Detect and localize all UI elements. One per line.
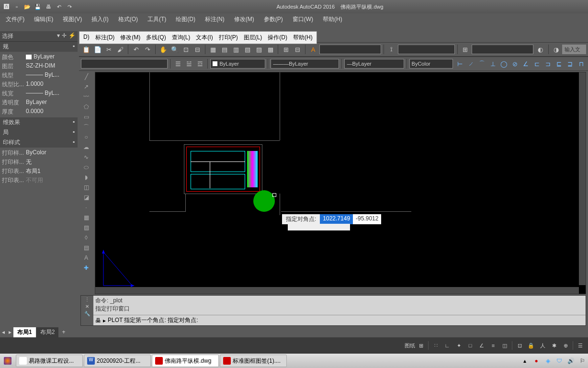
prop-plottbl2[interactable]: 打印表...不可用 — [0, 176, 78, 185]
section-general[interactable]: 规▪ — [0, 42, 78, 52]
tp-icon[interactable]: ▥ — [231, 44, 241, 55]
tool1-icon[interactable]: ◐ — [535, 44, 546, 55]
redo-icon[interactable]: ↷ — [65, 2, 74, 11]
mtext-icon[interactable]: A — [81, 253, 91, 263]
collapse-icon[interactable]: ▪ — [73, 138, 75, 147]
cmd-handle-icon[interactable]: ⋮ — [81, 296, 93, 303]
prop-layer[interactable]: 图层SZ-ZH-DIM — [0, 62, 78, 71]
tab-prev-icon[interactable]: ◂ — [0, 329, 7, 335]
tab-add-icon[interactable]: + — [59, 329, 68, 335]
custom-icon[interactable]: ☰ — [575, 340, 586, 351]
prop-transparency[interactable]: 透明度ByLayer — [0, 98, 78, 107]
prop-lineweight[interactable]: 线宽——— ByL... — [0, 89, 78, 98]
menu-edit[interactable]: 编辑(E) — [29, 14, 58, 24]
zoom-prev-icon[interactable]: ⊟ — [192, 44, 203, 55]
dim-tol-icon[interactable]: ⊓ — [576, 58, 586, 69]
mark-icon[interactable]: ▨ — [254, 44, 264, 55]
layer-dropdown[interactable] — [81, 59, 168, 69]
revcloud-icon[interactable]: ☁ — [81, 142, 91, 152]
dc-icon[interactable]: ▤ — [219, 44, 230, 55]
section-plotstyle[interactable]: 印样式▪ — [0, 138, 78, 148]
menu-dim[interactable]: 标注(N) — [200, 14, 229, 24]
tray-s1-icon[interactable]: ● — [531, 356, 542, 366]
section-3d[interactable]: 维效果▪ — [0, 117, 78, 127]
prop-thickness[interactable]: 厚度0.0000 — [0, 107, 78, 116]
spline-icon[interactable]: ∿ — [81, 152, 91, 162]
submenu-d[interactable]: D) — [80, 33, 92, 43]
copy-icon[interactable]: 📋 — [81, 44, 91, 55]
arc-icon[interactable]: ⌒ — [81, 122, 91, 132]
dim-style-icon[interactable]: ⟟ — [386, 44, 397, 55]
menu-modify[interactable]: 修改(M) — [229, 14, 259, 24]
trans-icon[interactable]: ◫ — [499, 340, 510, 351]
rect-icon[interactable]: ▭ — [81, 112, 91, 122]
new-icon[interactable]: ▫ — [12, 2, 21, 11]
dim-base-icon[interactable]: ⊏ — [532, 58, 542, 69]
layer-state-icon[interactable]: ☱ — [184, 58, 194, 69]
section-layout[interactable]: 局▪ — [0, 127, 78, 138]
drawing-canvas[interactable]: 指定对角点: 1022.7149 -95.9012 — [95, 72, 586, 294]
submenu-modify[interactable]: 修改(M) — [117, 33, 143, 43]
filter-icon[interactable]: ▾ — [57, 32, 60, 40]
lineweight-dropdown[interactable]: — ByLayer — [344, 59, 404, 69]
sc-icon[interactable]: ⊡ — [514, 340, 525, 351]
expand-icon[interactable]: ▪ — [73, 128, 75, 137]
match-icon[interactable]: 🖌 — [115, 44, 126, 55]
open-icon[interactable]: 📂 — [23, 2, 32, 11]
tray-s2-icon[interactable]: ◈ — [542, 356, 554, 366]
pick-icon[interactable]: ✛ — [62, 32, 67, 40]
collapse-icon[interactable]: ▪ — [73, 43, 75, 51]
undo-icon[interactable]: ↶ — [55, 2, 63, 11]
circle-icon[interactable]: ○ — [81, 132, 91, 142]
anno2-icon[interactable]: ✱ — [548, 340, 560, 351]
hatch-icon[interactable]: ▦ — [81, 213, 91, 222]
dim-style-dropdown[interactable] — [398, 45, 455, 54]
tbl-style-dropdown[interactable] — [472, 45, 533, 54]
paste-icon[interactable]: 📄 — [92, 44, 103, 55]
polar-icon[interactable]: ✦ — [453, 340, 464, 351]
submenu-print[interactable]: 打印(P) — [216, 33, 241, 43]
props-icon[interactable]: ▦ — [208, 44, 218, 55]
menu-insert[interactable]: 插入(I) — [87, 14, 113, 24]
menu-help[interactable]: 帮助(H) — [318, 14, 347, 24]
calc-icon[interactable]: ▩ — [265, 44, 276, 55]
horizontal-scrollbar[interactable] — [95, 287, 579, 294]
prop-linetype[interactable]: 线型——— ByL... — [0, 71, 78, 80]
ssm-icon[interactable]: ▧ — [242, 44, 253, 55]
makeblock-icon[interactable]: ◪ — [81, 193, 91, 202]
app-menu-icon[interactable]: 🅰 — [2, 2, 11, 11]
firefox-icon[interactable] — [0, 354, 15, 368]
menu-format[interactable]: 格式(O) — [113, 14, 143, 24]
undo2-icon[interactable]: ↶ — [131, 44, 141, 55]
dim-linear-icon[interactable]: ⊢ — [455, 58, 465, 69]
task-acad2[interactable]: 标准图框图签(1).... — [220, 355, 287, 367]
cmd-input-row[interactable]: 🖶 ▸ PLOT 指定第一个角点: 指定对角点: — [93, 315, 586, 325]
plotcolor-dropdown[interactable]: ByColor — [409, 59, 453, 69]
dim-dia-icon[interactable]: ⊘ — [510, 58, 520, 69]
print-icon[interactable]: 🖶 — [44, 2, 53, 11]
dim-aligned-icon[interactable]: ⟋ — [466, 58, 476, 69]
menu-window[interactable]: 窗口(W) — [288, 14, 318, 24]
dim-rad-icon[interactable]: ◯ — [499, 58, 509, 69]
lw-icon[interactable]: ≡ — [487, 340, 499, 351]
otrack-icon[interactable]: ∠ — [476, 340, 487, 351]
save-icon[interactable]: 💾 — [34, 2, 42, 11]
pan-icon[interactable]: ✋ — [158, 44, 169, 55]
layer-iso-icon[interactable]: ☲ — [195, 58, 205, 69]
task-word[interactable]: W20200920-工程... — [84, 355, 151, 367]
cmd-input-text[interactable]: PLOT 指定第一个角点: 指定对角点: — [108, 316, 198, 324]
anno-icon[interactable]: 人 — [537, 340, 548, 351]
quick-icon[interactable]: ⚡ — [68, 32, 76, 40]
submenu-layer[interactable]: 图层(L) — [241, 33, 265, 43]
table-icon[interactable]: ▤ — [81, 243, 91, 253]
ws-icon[interactable]: ⊕ — [560, 340, 571, 351]
tbl-icon[interactable]: ⊞ — [281, 44, 291, 55]
block-icon[interactable]: ◫ — [81, 183, 91, 192]
dim-ang-icon[interactable]: ∠ — [521, 58, 531, 69]
prop-plotstyle2[interactable]: 打印样...无 — [0, 158, 78, 167]
menu-draw[interactable]: 绘图(D) — [171, 14, 200, 24]
prop-color[interactable]: 颜色ByLayer — [0, 53, 78, 62]
qp-icon[interactable]: 🔒 — [525, 340, 537, 351]
tray-s3-icon[interactable]: 🛡 — [554, 356, 565, 366]
dim-cont-icon[interactable]: ⊐ — [543, 58, 553, 69]
